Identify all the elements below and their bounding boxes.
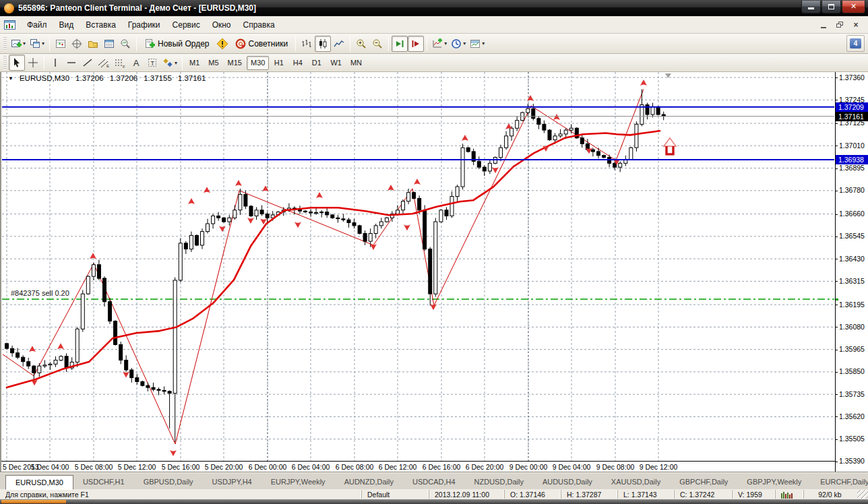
vertical-line-tool-button[interactable] <box>47 55 63 71</box>
fractal-up-icon <box>640 80 647 86</box>
chart-tab-xauusd-daily[interactable]: XAUUSD,Daily <box>602 474 670 489</box>
bottom-frame-accent <box>1 500 66 503</box>
notifications-button[interactable]: 4 <box>846 35 865 52</box>
child-minimize-button[interactable] <box>815 19 832 31</box>
svg-text:T: T <box>150 60 154 67</box>
navigator-button[interactable] <box>85 36 101 52</box>
chart-tab-eurchf-daily[interactable]: EURCHF,Daily <box>811 474 868 489</box>
bar-chart-mode-button[interactable] <box>299 36 315 52</box>
time-axis-label: 6 Dec 08:00 <box>336 463 374 471</box>
profiles-button[interactable]: ▾ <box>28 36 46 52</box>
chart-tab-gbpjpy-weekly[interactable]: GBPJPY,Weekly <box>737 474 811 489</box>
menu-item-file[interactable]: Файл <box>21 18 53 32</box>
text-tool-button[interactable]: A <box>128 55 144 71</box>
timeframe-mn-button[interactable]: MN <box>346 56 366 70</box>
crosshair-tool-button[interactable] <box>25 55 41 71</box>
crosshair-icon <box>28 57 38 68</box>
window-maximize-button[interactable] <box>822 1 841 13</box>
window-close-button[interactable]: ✕ <box>842 1 865 13</box>
level-price-badge: 1.36938 <box>836 155 868 164</box>
market-watch-button[interactable] <box>53 36 69 52</box>
new-chart-button[interactable]: ▾ <box>9 36 28 52</box>
ma-line[interactable] <box>7 131 660 387</box>
auto-scroll-button[interactable] <box>392 36 408 52</box>
timeframe-w1-button[interactable]: W1 <box>326 56 346 70</box>
chart-tab-eurjpy-weekly[interactable]: EURJPY,Weekly <box>261 474 335 489</box>
menu-item-window[interactable]: Окно <box>206 18 237 32</box>
chart-tab-gbpusd-daily[interactable]: GBPUSD,Daily <box>134 474 203 489</box>
turn-arrow-object[interactable] <box>664 138 676 154</box>
timeframe-m30-button[interactable]: M30 <box>247 56 269 70</box>
trendline-tool-button[interactable] <box>80 55 96 71</box>
status-profile[interactable]: Default <box>361 490 429 499</box>
chart-canvas[interactable] <box>1 72 835 461</box>
data-window-button[interactable] <box>69 36 85 52</box>
chart-tab-gbpchf-daily[interactable]: GBPCHF,Daily <box>670 474 737 489</box>
terminal-button[interactable] <box>101 36 117 52</box>
timeframe-h4-button[interactable]: H4 <box>288 56 307 70</box>
alert-button[interactable] <box>214 36 230 52</box>
advisors-icon <box>235 38 246 49</box>
horizontal-line-icon <box>66 57 77 68</box>
chart-window: ▼ EURUSD,M30 1.37206 1.37206 1.37155 1.3… <box>0 72 868 472</box>
chevron-down-icon: ▾ <box>175 60 177 66</box>
chart-shift-button[interactable] <box>408 36 424 52</box>
zoom-out-button[interactable] <box>369 36 385 52</box>
chart-tab-usdjpy-h4[interactable]: USDJPY,H4 <box>203 474 261 489</box>
line-chart-mode-button[interactable] <box>331 36 347 52</box>
channel-tool-button[interactable]: E <box>96 55 112 71</box>
resize-grip[interactable] <box>857 490 868 499</box>
fractal-up-icon <box>57 343 64 349</box>
cursor-tool-button[interactable] <box>9 55 25 71</box>
expert-advisors-button[interactable]: Советники <box>230 36 293 52</box>
toolbar-grip[interactable] <box>3 56 7 69</box>
arrows-tool-button[interactable]: ▾ <box>160 55 179 71</box>
chart-shift-icon <box>410 38 421 49</box>
new-order-button[interactable]: Новый Ордер <box>140 36 214 52</box>
timeframe-h1-button[interactable]: H1 <box>270 56 288 70</box>
chart-header: ▼ EURUSD,M30 1.37206 1.37206 1.37155 1.3… <box>8 74 206 82</box>
price-tick-mark <box>836 416 838 417</box>
menu-item-view[interactable]: Вид <box>53 18 80 32</box>
chart-tab-audnzd-daily[interactable]: AUDNZD,Daily <box>335 474 403 489</box>
menu-item-charts[interactable]: Графики <box>122 18 166 32</box>
strategy-tester-button[interactable] <box>117 36 133 52</box>
fibonacci-tool-button[interactable]: F <box>112 55 128 71</box>
horizontal-line-tool-button[interactable] <box>63 55 80 71</box>
candlestick-mode-button[interactable] <box>315 36 331 52</box>
chart-tab-usdchf-h1[interactable]: USDCHF,H1 <box>73 474 134 489</box>
toolbar-grip[interactable] <box>3 37 7 51</box>
order-price-mark <box>836 298 838 301</box>
templates-button[interactable]: ▾ <box>468 36 487 52</box>
timeframe-d1-button[interactable]: D1 <box>307 56 326 70</box>
chart-tab-eurusd-m30[interactable]: EURUSD,M30 <box>5 475 73 490</box>
price-tick-label: 1.37010 <box>839 141 865 150</box>
fractal-up-icon <box>505 123 512 129</box>
timeframe-m1-button[interactable]: M1 <box>185 56 204 70</box>
menu-item-help[interactable]: Справка <box>237 18 281 32</box>
menu-item-insert[interactable]: Вставка <box>80 18 122 32</box>
price-tick-label: 1.36315 <box>839 277 865 286</box>
zoom-in-button[interactable] <box>353 36 369 52</box>
timeframe-m5-button[interactable]: M5 <box>204 56 222 70</box>
chevron-down-icon: ▾ <box>23 40 26 46</box>
periods-button[interactable]: ▾ <box>449 36 468 52</box>
timeframe-m15-button[interactable]: M15 <box>224 56 246 70</box>
chart-tab-audusd-daily[interactable]: AUDUSD,Daily <box>533 474 602 489</box>
collapse-triangle-icon[interactable]: ▼ <box>8 75 13 82</box>
time-axis[interactable]: 5 Dec 20135 Dec 04:005 Dec 08:005 Dec 12… <box>1 461 835 472</box>
fractal-down-icon <box>247 218 254 224</box>
fractal-down-icon <box>219 226 226 232</box>
price-axis[interactable]: 1.373601.372451.371251.370101.368951.367… <box>835 72 868 472</box>
text-label-tool-button[interactable]: T <box>144 55 160 71</box>
indicators-button[interactable]: ▾ <box>430 36 449 52</box>
child-close-button[interactable]: × <box>848 19 864 31</box>
chart-tab-usdcad-h4[interactable]: USDCAD,H4 <box>403 474 465 489</box>
terminal-panel-icon <box>104 38 115 49</box>
tester-magnifier-icon <box>120 38 131 49</box>
price-tick-label: 1.35965 <box>839 345 865 354</box>
chart-tab-nzdusd-daily[interactable]: NZDUSD,Daily <box>465 474 533 489</box>
child-restore-button[interactable] <box>832 19 848 31</box>
menu-item-service[interactable]: Сервис <box>166 18 206 32</box>
window-minimize-button[interactable] <box>801 1 821 13</box>
